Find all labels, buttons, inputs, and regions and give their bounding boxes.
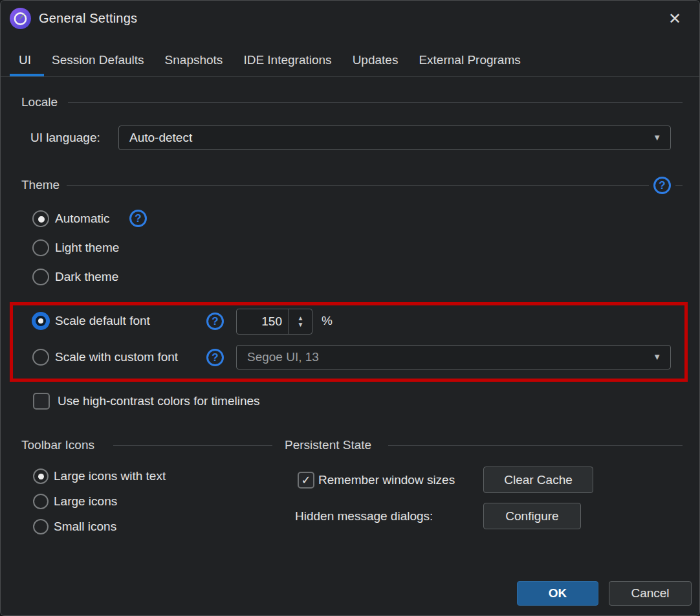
chevron-down-icon: ▼ (653, 346, 661, 369)
percent-label: % (322, 314, 333, 328)
radio-theme-dark-label[interactable]: Dark theme (55, 270, 118, 284)
tab-snapshots[interactable]: Snapshots (165, 53, 223, 67)
scale-custom-help-icon[interactable]: ? (206, 349, 224, 366)
tab-external-programs[interactable]: External Programs (419, 53, 520, 67)
tab-session-defaults[interactable]: Session Defaults (52, 53, 144, 67)
automatic-theme-help-icon[interactable]: ? (129, 210, 147, 227)
persistent-state-heading: Persistent State (285, 438, 371, 452)
radio-large-icons-label[interactable]: Large icons (54, 494, 117, 509)
ui-language-value: Auto-detect (129, 131, 192, 144)
radio-scale-custom-font-label[interactable]: Scale with custom font (55, 350, 178, 364)
radio-large-icons-with-text[interactable] (33, 468, 49, 484)
hidden-message-dialogs-label: Hidden message dialogs: (295, 509, 433, 523)
custom-font-value: Segoe UI, 13 (247, 350, 319, 364)
checkmark-icon: ✓ (301, 474, 311, 487)
locale-heading: Locale (21, 95, 58, 109)
ok-button[interactable]: OK (517, 581, 598, 606)
tab-divider (1, 76, 699, 77)
toolbar-icons-divider (113, 445, 272, 446)
clear-cache-button[interactable]: Clear Cache (483, 467, 593, 493)
radio-theme-dark[interactable] (32, 269, 49, 285)
font-scale-spinner: ▲ ▼ (236, 309, 312, 335)
spinner-buttons: ▲ ▼ (289, 309, 312, 334)
scale-default-help-icon[interactable]: ? (206, 313, 224, 330)
theme-divider-left (67, 185, 649, 186)
ui-language-dropdown[interactable]: Auto-detect ▼ (118, 126, 671, 150)
tab-ide-integrations[interactable]: IDE Integrations (243, 53, 331, 67)
high-contrast-label[interactable]: Use high-contrast colors for timelines (58, 394, 260, 408)
configure-button[interactable]: Configure (483, 503, 581, 529)
radio-large-icons[interactable] (33, 494, 49, 509)
tab-updates[interactable]: Updates (353, 53, 399, 67)
radio-scale-custom-font[interactable] (32, 349, 49, 366)
radio-scale-default-font-label[interactable]: Scale default font (55, 314, 150, 328)
radio-theme-automatic-label[interactable]: Automatic (55, 212, 109, 226)
theme-help-icon[interactable]: ? (653, 177, 671, 194)
persistent-state-divider (388, 445, 683, 446)
close-icon[interactable]: ✕ (664, 8, 685, 29)
dialog-title: General Settings (39, 11, 137, 26)
radio-large-icons-with-text-label[interactable]: Large icons with text (54, 469, 166, 483)
tab-ui[interactable]: UI (19, 53, 31, 67)
radio-small-icons-label[interactable]: Small icons (54, 520, 116, 534)
general-settings-dialog: General Settings ✕ UI Session Defaults S… (0, 0, 700, 616)
ui-language-label: UI language: (30, 131, 100, 145)
radio-theme-light[interactable] (32, 239, 49, 256)
toolbar-icons-heading: Toolbar Icons (21, 438, 94, 452)
font-scale-input[interactable] (237, 309, 289, 334)
remember-window-sizes-checkbox[interactable]: ✓ (298, 472, 314, 489)
theme-heading: Theme (21, 178, 60, 192)
radio-scale-default-font[interactable] (32, 312, 50, 330)
high-contrast-checkbox[interactable] (33, 393, 50, 410)
radio-theme-light-label[interactable]: Light theme (55, 241, 119, 255)
radio-theme-automatic[interactable] (32, 210, 49, 227)
theme-divider-right (675, 185, 683, 186)
cancel-button[interactable]: Cancel (609, 581, 692, 606)
tab-bar: UI Session Defaults Snapshots IDE Integr… (19, 53, 521, 67)
radio-small-icons[interactable] (33, 519, 49, 534)
app-logo-icon (10, 8, 31, 29)
custom-font-dropdown[interactable]: Segoe UI, 13 ▼ (236, 345, 671, 369)
locale-divider (68, 102, 683, 103)
chevron-down-icon: ▼ (653, 126, 661, 149)
remember-window-sizes-label[interactable]: Remember window sizes (318, 473, 455, 487)
spinner-down-icon[interactable]: ▼ (298, 322, 304, 328)
